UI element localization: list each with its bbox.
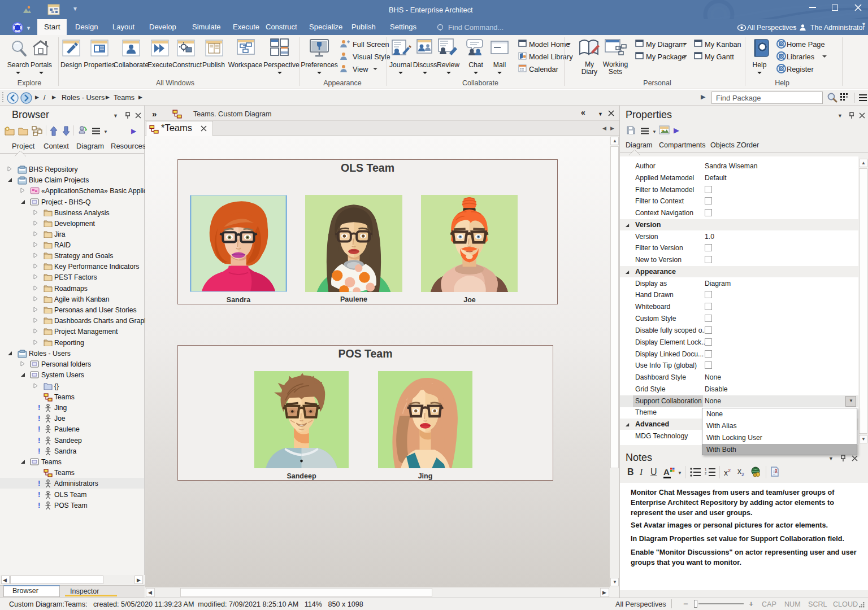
svg-text:1: 1 (705, 468, 707, 471)
svg-text:2: 2 (705, 472, 707, 475)
